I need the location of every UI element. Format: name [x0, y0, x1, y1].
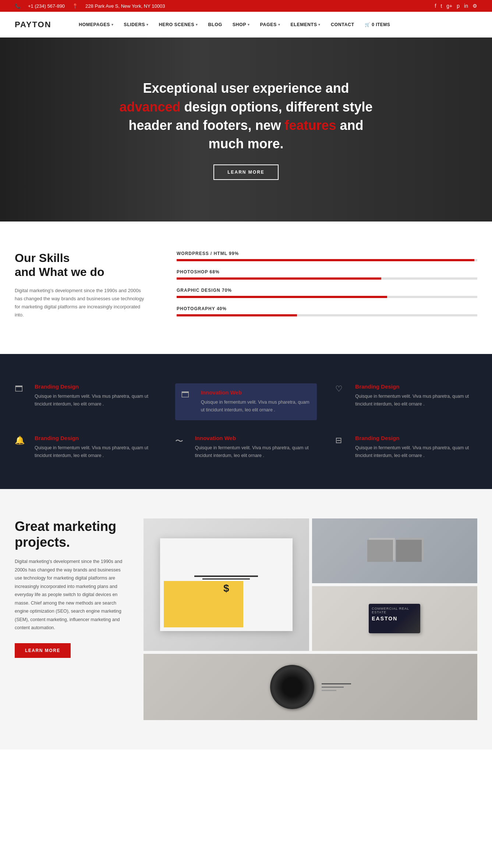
nav-menu: HOMEPAGES ▾ SLIDERS ▾ HERO SCENES ▾ BLOG… [74, 12, 477, 38]
linkedin-icon[interactable]: in [464, 3, 468, 9]
nav-item-homepages[interactable]: HOMEPAGES ▾ [74, 12, 118, 38]
skill-bar-bg-1 [177, 277, 477, 280]
skill-item-2: GRAPHIC DESIGN 70% [177, 288, 477, 298]
service-text-3: Branding Design Quisque in fermentum vel… [35, 435, 157, 460]
nav-item-sliders[interactable]: SLIDERS ▾ [118, 12, 153, 38]
project-1-line [194, 575, 258, 577]
service-desc-1: Quisque in fermentum velit. Viva mus pha… [201, 398, 311, 414]
pinterest-icon[interactable]: p [457, 3, 460, 9]
skills-heading: Our Skills and What we do [15, 251, 147, 279]
chevron-down-icon: ▾ [318, 23, 321, 26]
skill-label-3: PHOTOGRAPHY 40% [177, 306, 477, 311]
project-image-1[interactable]: $ [144, 518, 309, 651]
business-card: COMMERCIAL REAL ESTATE EASTON [369, 604, 420, 633]
service-icon-2: ♡ [335, 384, 348, 394]
vinyl-label [322, 683, 351, 691]
card-text: COMMERCIAL REAL ESTATE [372, 607, 417, 614]
skill-bar-fill-2 [177, 296, 387, 298]
skills-description: Digital marketing's development since th… [15, 287, 147, 319]
cart-button[interactable]: 🛒 0 ITEMS [360, 12, 396, 38]
service-text-1: Innovation Web Quisque in fermentum veli… [201, 389, 311, 414]
chevron-down-icon: ▾ [112, 23, 114, 26]
project-1-line2 [202, 578, 250, 580]
service-icon-1: 🗖 [181, 390, 194, 400]
services-grid: 🗖 Branding Design Quisque in fermentum v… [15, 383, 477, 460]
vinyl-record [270, 665, 314, 709]
skill-bar-bg-3 [177, 314, 477, 316]
hero-content: Exceptional user experience and advanced… [106, 79, 386, 180]
chevron-down-icon: ▾ [278, 23, 280, 26]
nav-item-shop[interactable]: SHOP ▾ [227, 12, 255, 38]
skill-item-1: PHOTOSHOP 68% [177, 269, 477, 280]
projects-heading: Great marketing projects. [15, 518, 129, 550]
projects-learn-more-button[interactable]: LEARN MORE [15, 643, 71, 658]
hero-section: Exceptional user experience and advanced… [0, 38, 492, 222]
cart-icon: 🛒 [365, 22, 371, 27]
service-title-0: Branding Design [35, 383, 157, 390]
skills-text: Our Skills and What we do Digital market… [15, 251, 147, 319]
skills-bars: WORDPRESS / HTML 99% PHOTOSHOP 68% GRAPH… [177, 251, 477, 325]
nav-item-pages[interactable]: PAGES ▾ [255, 12, 286, 38]
service-desc-2: Quisque in fermentum velit. Viva mus pha… [355, 393, 477, 408]
google-plus-icon[interactable]: g+ [446, 3, 452, 9]
skill-bar-fill-1 [177, 277, 381, 280]
nav-item-contact[interactable]: CONTACT [326, 12, 360, 38]
project-1-dollar: $ [187, 582, 266, 594]
service-title-5: Branding Design [355, 435, 477, 441]
project-image-3[interactable]: COMMERCIAL REAL ESTATE EASTON [312, 586, 478, 651]
box1 [367, 540, 393, 562]
service-title-3: Branding Design [35, 435, 157, 441]
skill-label-1: PHOTOSHOP 68% [177, 269, 477, 274]
projects-description: Digital marketing's development since th… [15, 557, 129, 632]
nav-item-elements[interactable]: ELEMENTS ▾ [285, 12, 326, 38]
skill-bar-fill-3 [177, 314, 297, 316]
service-icon-0: 🗖 [15, 384, 28, 394]
social-links: f t g+ p in ⚙ [435, 3, 477, 9]
project-image-2[interactable] [312, 518, 478, 583]
settings-icon[interactable]: ⚙ [472, 3, 477, 9]
services-section: 🗖 Branding Design Quisque in fermentum v… [0, 354, 492, 489]
service-icon-5: ⊟ [335, 436, 348, 445]
top-bar: 📞 +1 (234) 567-890 📍 228 Park Ave S, New… [0, 0, 492, 12]
project-1-content: $ [187, 575, 266, 594]
address: 228 Park Ave S, New York, NY 10003 [85, 3, 165, 9]
chevron-down-icon: ▾ [248, 23, 250, 26]
service-title-2: Branding Design [355, 383, 477, 390]
service-desc-5: Quisque in fermentum velit. Viva mus pha… [355, 444, 477, 460]
chevron-down-icon: ▾ [146, 23, 149, 26]
phone-icon: 📞 [15, 3, 21, 9]
project-1-inner: $ [160, 538, 293, 631]
service-text-5: Branding Design Quisque in fermentum vel… [355, 435, 477, 460]
service-item-2: ♡ Branding Design Quisque in fermentum v… [335, 383, 477, 420]
service-title-4: Innovation Web [195, 435, 317, 441]
service-desc-4: Quisque in fermentum velit. Viva mus pha… [195, 444, 317, 460]
service-desc-0: Quisque in fermentum velit. Viva mus pha… [35, 393, 157, 408]
service-item-5: ⊟ Branding Design Quisque in fermentum v… [335, 435, 477, 460]
service-item-0: 🗖 Branding Design Quisque in fermentum v… [15, 383, 157, 420]
hero-learn-more-button[interactable]: LEARN MORE [213, 164, 279, 180]
skills-section: Our Skills and What we do Digital market… [0, 222, 492, 354]
top-bar-contact: 📞 +1 (234) 567-890 📍 228 Park Ave S, New… [15, 3, 165, 9]
nav-item-blog[interactable]: BLOG [203, 12, 227, 38]
location-icon: 📍 [72, 3, 78, 9]
service-title-1: Innovation Web [201, 389, 311, 396]
skill-item-3: PHOTOGRAPHY 40% [177, 306, 477, 316]
service-desc-3: Quisque in fermentum velit. Viva mus pha… [35, 444, 157, 460]
hero-heading: Exceptional user experience and advanced… [114, 79, 379, 153]
nav-item-hero-scenes[interactable]: HERO SCENES ▾ [154, 12, 203, 38]
project-image-4[interactable] [144, 654, 477, 720]
card-brand: EASTON [372, 616, 417, 621]
service-item-4: 〜 Innovation Web Quisque in fermentum ve… [175, 435, 317, 460]
projects-grid: $ COMMERCIAL REAL ESTATE EASTON [144, 518, 477, 720]
twitter-icon[interactable]: t [440, 3, 442, 9]
skill-bar-fill-0 [177, 259, 474, 261]
service-text-0: Branding Design Quisque in fermentum vel… [35, 383, 157, 408]
projects-text: Great marketing projects. Digital market… [15, 518, 129, 658]
site-logo[interactable]: PAYTON [15, 20, 59, 29]
service-text-4: Innovation Web Quisque in fermentum veli… [195, 435, 317, 460]
skill-bar-bg-2 [177, 296, 477, 298]
skill-label-0: WORDPRESS / HTML 99% [177, 251, 477, 256]
facebook-icon[interactable]: f [435, 3, 436, 9]
service-item-1: 🗖 Innovation Web Quisque in fermentum ve… [175, 383, 317, 420]
project-2-boxes [367, 540, 422, 562]
